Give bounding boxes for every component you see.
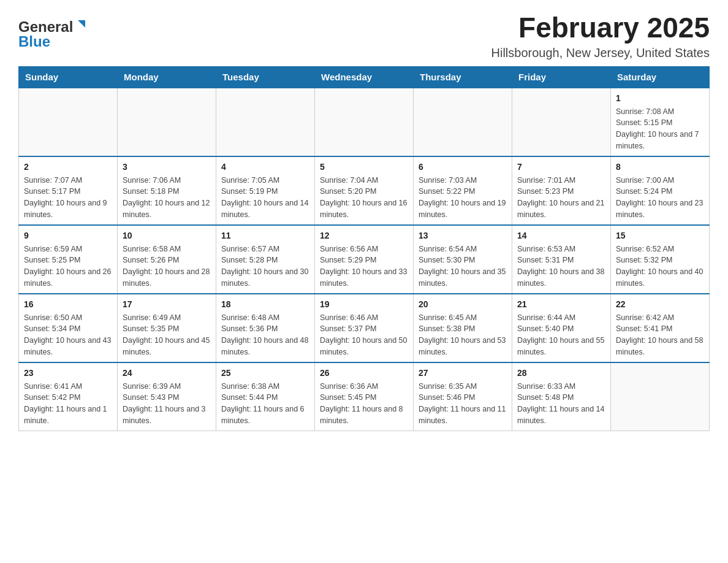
day-number: 14: [517, 229, 605, 242]
col-thursday: Thursday: [414, 66, 512, 88]
title-area: February 2025 Hillsborough, New Jersey, …: [491, 12, 710, 60]
day-number: 24: [123, 367, 211, 380]
day-number: 16: [24, 298, 112, 311]
month-title: February 2025: [491, 12, 710, 44]
day-number: 10: [123, 229, 211, 242]
day-info: Sunrise: 6:50 AMSunset: 5:34 PMDaylight:…: [24, 312, 112, 358]
table-row: 11Sunrise: 6:57 AMSunset: 5:28 PMDayligh…: [216, 225, 315, 294]
day-info: Sunrise: 6:59 AMSunset: 5:25 PMDaylight:…: [24, 243, 112, 289]
table-row: [414, 88, 512, 156]
calendar-week-row: 23Sunrise: 6:41 AMSunset: 5:42 PMDayligh…: [19, 362, 710, 431]
table-row: 5Sunrise: 7:04 AMSunset: 5:20 PMDaylight…: [315, 156, 414, 225]
day-info: Sunrise: 6:35 AMSunset: 5:46 PMDaylight:…: [419, 381, 507, 427]
table-row: [19, 88, 118, 156]
day-number: 20: [419, 298, 507, 311]
table-row: 21Sunrise: 6:44 AMSunset: 5:40 PMDayligh…: [512, 294, 611, 362]
calendar-week-row: 2Sunrise: 7:07 AMSunset: 5:17 PMDaylight…: [19, 156, 710, 225]
col-sunday: Sunday: [19, 66, 118, 88]
logo: General Blue: [18, 12, 88, 50]
day-number: 6: [419, 161, 507, 174]
day-number: 27: [419, 367, 507, 380]
day-number: 26: [320, 367, 408, 380]
day-number: 15: [616, 229, 704, 242]
day-info: Sunrise: 6:57 AMSunset: 5:28 PMDaylight:…: [221, 243, 309, 289]
table-row: 6Sunrise: 7:03 AMSunset: 5:22 PMDaylight…: [414, 156, 512, 225]
day-number: 11: [221, 229, 309, 242]
day-number: 3: [123, 161, 211, 174]
table-row: [216, 88, 315, 156]
day-number: 9: [24, 229, 112, 242]
day-info: Sunrise: 6:36 AMSunset: 5:45 PMDaylight:…: [320, 381, 408, 427]
table-row: 9Sunrise: 6:59 AMSunset: 5:25 PMDaylight…: [19, 225, 118, 294]
day-info: Sunrise: 6:42 AMSunset: 5:41 PMDaylight:…: [616, 312, 704, 358]
day-info: Sunrise: 6:46 AMSunset: 5:37 PMDaylight:…: [320, 312, 408, 358]
table-row: [611, 362, 710, 431]
calendar-header-row: Sunday Monday Tuesday Wednesday Thursday…: [19, 66, 710, 88]
day-info: Sunrise: 7:01 AMSunset: 5:23 PMDaylight:…: [517, 175, 605, 221]
svg-marker-0: [78, 20, 85, 28]
day-number: 7: [517, 161, 605, 174]
day-info: Sunrise: 7:07 AMSunset: 5:17 PMDaylight:…: [24, 175, 112, 221]
logo-arrow-icon: [74, 18, 88, 34]
location-title: Hillsborough, New Jersey, United States: [491, 46, 710, 60]
table-row: 16Sunrise: 6:50 AMSunset: 5:34 PMDayligh…: [19, 294, 118, 362]
day-number: 8: [616, 161, 704, 174]
col-monday: Monday: [118, 66, 216, 88]
day-number: 28: [517, 367, 605, 380]
day-number: 5: [320, 161, 408, 174]
day-number: 21: [517, 298, 605, 311]
table-row: 18Sunrise: 6:48 AMSunset: 5:36 PMDayligh…: [216, 294, 315, 362]
day-number: 13: [419, 229, 507, 242]
calendar-table: Sunday Monday Tuesday Wednesday Thursday…: [18, 66, 710, 431]
day-number: 23: [24, 367, 112, 380]
logo-blue-text: Blue: [18, 33, 50, 50]
table-row: 28Sunrise: 6:33 AMSunset: 5:48 PMDayligh…: [512, 362, 611, 431]
day-number: 17: [123, 298, 211, 311]
table-row: [512, 88, 611, 156]
table-row: 1Sunrise: 7:08 AMSunset: 5:15 PMDaylight…: [611, 88, 710, 156]
calendar-week-row: 1Sunrise: 7:08 AMSunset: 5:15 PMDaylight…: [19, 88, 710, 156]
table-row: [118, 88, 216, 156]
day-info: Sunrise: 7:08 AMSunset: 5:15 PMDaylight:…: [616, 106, 704, 152]
table-row: 26Sunrise: 6:36 AMSunset: 5:45 PMDayligh…: [315, 362, 414, 431]
day-info: Sunrise: 6:49 AMSunset: 5:35 PMDaylight:…: [123, 312, 211, 358]
table-row: 12Sunrise: 6:56 AMSunset: 5:29 PMDayligh…: [315, 225, 414, 294]
day-info: Sunrise: 7:05 AMSunset: 5:19 PMDaylight:…: [221, 175, 309, 221]
table-row: 20Sunrise: 6:45 AMSunset: 5:38 PMDayligh…: [414, 294, 512, 362]
day-info: Sunrise: 7:03 AMSunset: 5:22 PMDaylight:…: [419, 175, 507, 221]
day-info: Sunrise: 6:48 AMSunset: 5:36 PMDaylight:…: [221, 312, 309, 358]
col-saturday: Saturday: [611, 66, 710, 88]
table-row: 23Sunrise: 6:41 AMSunset: 5:42 PMDayligh…: [19, 362, 118, 431]
table-row: 24Sunrise: 6:39 AMSunset: 5:43 PMDayligh…: [118, 362, 216, 431]
table-row: 19Sunrise: 6:46 AMSunset: 5:37 PMDayligh…: [315, 294, 414, 362]
day-info: Sunrise: 6:53 AMSunset: 5:31 PMDaylight:…: [517, 243, 605, 289]
table-row: 22Sunrise: 6:42 AMSunset: 5:41 PMDayligh…: [611, 294, 710, 362]
day-info: Sunrise: 6:44 AMSunset: 5:40 PMDaylight:…: [517, 312, 605, 358]
table-row: 8Sunrise: 7:00 AMSunset: 5:24 PMDaylight…: [611, 156, 710, 225]
table-row: 2Sunrise: 7:07 AMSunset: 5:17 PMDaylight…: [19, 156, 118, 225]
calendar-week-row: 9Sunrise: 6:59 AMSunset: 5:25 PMDaylight…: [19, 225, 710, 294]
day-number: 12: [320, 229, 408, 242]
day-info: Sunrise: 6:58 AMSunset: 5:26 PMDaylight:…: [123, 243, 211, 289]
table-row: 7Sunrise: 7:01 AMSunset: 5:23 PMDaylight…: [512, 156, 611, 225]
day-info: Sunrise: 7:04 AMSunset: 5:20 PMDaylight:…: [320, 175, 408, 221]
table-row: 17Sunrise: 6:49 AMSunset: 5:35 PMDayligh…: [118, 294, 216, 362]
day-number: 22: [616, 298, 704, 311]
table-row: [315, 88, 414, 156]
col-friday: Friday: [512, 66, 611, 88]
day-number: 18: [221, 298, 309, 311]
table-row: 3Sunrise: 7:06 AMSunset: 5:18 PMDaylight…: [118, 156, 216, 225]
table-row: 15Sunrise: 6:52 AMSunset: 5:32 PMDayligh…: [611, 225, 710, 294]
table-row: 13Sunrise: 6:54 AMSunset: 5:30 PMDayligh…: [414, 225, 512, 294]
table-row: 25Sunrise: 6:38 AMSunset: 5:44 PMDayligh…: [216, 362, 315, 431]
col-tuesday: Tuesday: [216, 66, 315, 88]
day-info: Sunrise: 7:00 AMSunset: 5:24 PMDaylight:…: [616, 175, 704, 221]
table-row: 14Sunrise: 6:53 AMSunset: 5:31 PMDayligh…: [512, 225, 611, 294]
day-info: Sunrise: 6:52 AMSunset: 5:32 PMDaylight:…: [616, 243, 704, 289]
day-info: Sunrise: 7:06 AMSunset: 5:18 PMDaylight:…: [123, 175, 211, 221]
table-row: 4Sunrise: 7:05 AMSunset: 5:19 PMDaylight…: [216, 156, 315, 225]
col-wednesday: Wednesday: [315, 66, 414, 88]
day-number: 4: [221, 161, 309, 174]
day-info: Sunrise: 6:54 AMSunset: 5:30 PMDaylight:…: [419, 243, 507, 289]
day-number: 19: [320, 298, 408, 311]
